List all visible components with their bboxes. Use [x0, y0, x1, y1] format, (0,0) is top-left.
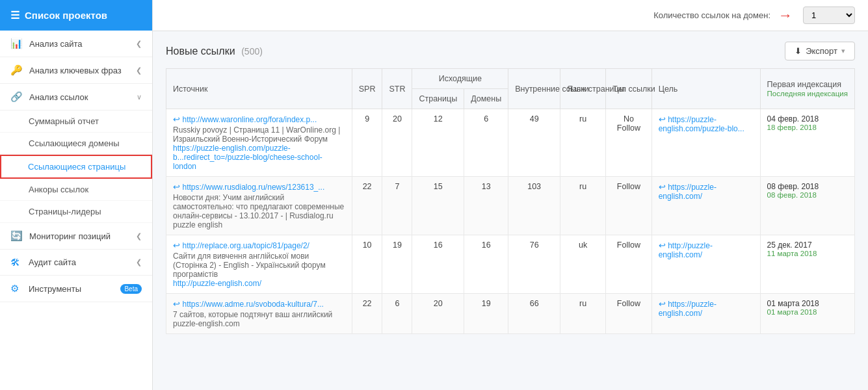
cell-target: ↩ https://puzzle-english.com/ [651, 177, 760, 235]
arrow-annotation: → [778, 7, 793, 24]
sidebar-item-monitoring[interactable]: 🔄 Мониторинг позиций ❮ [0, 223, 152, 250]
table-row: ↩ http://www.waronline.org/fora/index.p.… [166, 109, 855, 177]
content-title: Новые ссылки (500) [166, 46, 263, 57]
target-link-icon: ↩ [659, 115, 668, 124]
sidebar-label-keyword-analysis: Анализ ключевых фраз [29, 66, 122, 75]
sidebar-label-analysis-site: Анализ сайта [29, 39, 83, 49]
sidebar-item-analysis-site[interactable]: 📊 Анализ сайта ❮ [0, 31, 152, 57]
list-icon: ☰ [10, 9, 20, 21]
sidebar: ☰ Список проектов 📊 Анализ сайта ❮ 🔑 Ана… [0, 0, 153, 390]
cell-type: Follow [606, 177, 652, 235]
cell-spr: 10 [352, 235, 382, 294]
cell-lang: uk [560, 235, 606, 294]
export-button[interactable]: ⬇ Экспорт ▾ [785, 42, 855, 60]
source-url-link[interactable]: http://www.waronline.org/fora/index.p... [182, 115, 317, 124]
sidebar-submenu-links: Суммарный отчет Ссылающиеся домены Ссыла… [0, 110, 152, 223]
cell-spr: 22 [352, 294, 382, 334]
cell-internal: 103 [508, 177, 560, 235]
table-row: ↩ https://www.adme.ru/svoboda-kultura/7.… [166, 294, 855, 334]
refresh-icon: 🔄 [10, 230, 23, 242]
sidebar-item-audit[interactable]: 🛠 Аудит сайта ❮ [0, 250, 152, 276]
cell-lang: ru [560, 177, 606, 235]
chevron-down-icon: ▾ [841, 47, 845, 55]
cell-source: ↩ http://www.waronline.org/fora/index.p.… [166, 109, 352, 177]
cell-domains: 13 [464, 177, 508, 235]
col-header-dates: Первая индексация Последняя индексация [760, 69, 854, 109]
cell-pages: 16 [412, 235, 464, 294]
col-header-target: Цель [651, 69, 760, 109]
col-header-pages: Страницы [412, 89, 464, 109]
target-url-link[interactable]: https://puzzle-english.com/ [659, 300, 717, 318]
sidebar-item-keyword-analysis[interactable]: 🔑 Анализ ключевых фраз ❮ [0, 57, 152, 84]
sidebar-label-tools: Инструменты [29, 284, 81, 294]
cell-source: ↩ https://www.rusdialog.ru/news/123613_.… [166, 177, 352, 235]
link-icon: 🔗 [10, 91, 23, 103]
key-icon: 🔑 [10, 64, 23, 76]
chevron-down-icon: ∨ [137, 93, 142, 101]
export-icon: ⬇ [795, 46, 802, 56]
cell-dates: 08 февр. 201808 февр. 2018 [760, 177, 854, 235]
sidebar-label-link-analysis: Анализ ссылок [29, 92, 88, 102]
first-date: 04 февр. 2018 [767, 114, 848, 124]
external-link-icon: ↩ [173, 115, 182, 124]
cell-pages: 20 [412, 294, 464, 334]
cell-type: No Follow [606, 109, 652, 177]
cell-target: ↩ https://puzzle-english.com/ [651, 294, 760, 334]
target-url-link[interactable]: https://puzzle-english.com/puzzle-blo... [659, 115, 744, 133]
cell-lang: ru [560, 109, 606, 177]
cell-source: ↩ http://replace.org.ua/topic/81/page/2/… [166, 235, 352, 294]
target-link-icon: ↩ [659, 300, 668, 309]
first-date: 01 марта 2018 [767, 299, 848, 308]
links-table-wrap: Источник SPR STR Исходящие Внутренние сс… [166, 68, 855, 334]
source-url-link[interactable]: https://www.adme.ru/svoboda-kultura/7... [182, 300, 323, 309]
cell-target: ↩ https://puzzle-english.com/puzzle-blo.… [651, 109, 760, 177]
sidebar-item-summary[interactable]: Суммарный отчет [0, 110, 152, 133]
cell-dates: 04 февр. 201818 февр. 2018 [760, 109, 854, 177]
cell-internal: 49 [508, 109, 560, 177]
cell-dates: 01 марта 201801 марта 2018 [760, 294, 854, 334]
cell-str: 20 [382, 109, 412, 177]
sidebar-title: Список проектов [25, 10, 107, 21]
cell-str: 6 [382, 294, 412, 334]
cell-pages: 12 [412, 109, 464, 177]
cell-domains: 16 [464, 235, 508, 294]
last-date: 18 февр. 2018 [767, 124, 848, 131]
source-sub-link[interactable]: https://puzzle-english.com/puzzle-b...re… [173, 144, 322, 171]
cell-source: ↩ https://www.adme.ru/svoboda-kultura/7.… [166, 294, 352, 334]
chevron-icon: ❮ [136, 258, 142, 266]
col-header-outgoing: Исходящие [412, 69, 508, 89]
source-url-link[interactable]: https://www.rusdialog.ru/news/123613_... [182, 183, 324, 192]
cell-domains: 6 [464, 109, 508, 177]
sidebar-item-anchors[interactable]: Анкоры ссылок [0, 179, 152, 201]
links-table: Источник SPR STR Исходящие Внутренние сс… [166, 68, 855, 334]
sidebar-item-domains[interactable]: Ссылающиеся домены [0, 133, 152, 155]
source-desc: Russkiy povoyz | Страница 11 | WarOnline… [173, 125, 345, 144]
source-sub-link[interactable]: http://puzzle-english.com/ [173, 279, 261, 288]
sidebar-item-link-analysis[interactable]: 🔗 Анализ ссылок ∨ [0, 84, 152, 110]
col-header-source: Источник [166, 69, 352, 109]
first-date: 08 февр. 2018 [767, 182, 848, 191]
last-date: 01 марта 2018 [767, 308, 848, 316]
sidebar-header[interactable]: ☰ Список проектов [0, 0, 152, 31]
links-per-domain-select[interactable]: 1 2 3 [803, 6, 855, 24]
last-date: 08 февр. 2018 [767, 191, 848, 199]
links-per-domain-label: Количество ссылок на домен: [653, 10, 770, 20]
beta-badge: Beta [120, 284, 142, 294]
top-bar: Количество ссылок на домен: → 1 2 3 [153, 0, 868, 31]
sidebar-item-leaders[interactable]: Страницы-лидеры [0, 201, 152, 223]
last-date: 11 марта 2018 [767, 250, 848, 257]
cell-spr: 22 [352, 177, 382, 235]
chart-icon: 📊 [10, 38, 23, 49]
sidebar-item-tools[interactable]: ⚙ Инструменты Beta [0, 276, 152, 302]
cell-internal: 76 [508, 235, 560, 294]
external-link-icon: ↩ [173, 183, 182, 192]
table-row: ↩ http://replace.org.ua/topic/81/page/2/… [166, 235, 855, 294]
cell-lang: ru [560, 294, 606, 334]
source-url-link[interactable]: http://replace.org.ua/topic/81/page/2/ [182, 241, 309, 250]
cell-str: 19 [382, 235, 412, 294]
target-url-link[interactable]: https://puzzle-english.com/ [659, 183, 717, 201]
sidebar-item-pages[interactable]: Ссылающиеся страницы [0, 155, 152, 179]
sidebar-label-monitoring: Мониторинг позиций [29, 231, 111, 241]
first-date: 25 дек. 2017 [767, 240, 848, 250]
table-row: ↩ https://www.rusdialog.ru/news/123613_.… [166, 177, 855, 235]
